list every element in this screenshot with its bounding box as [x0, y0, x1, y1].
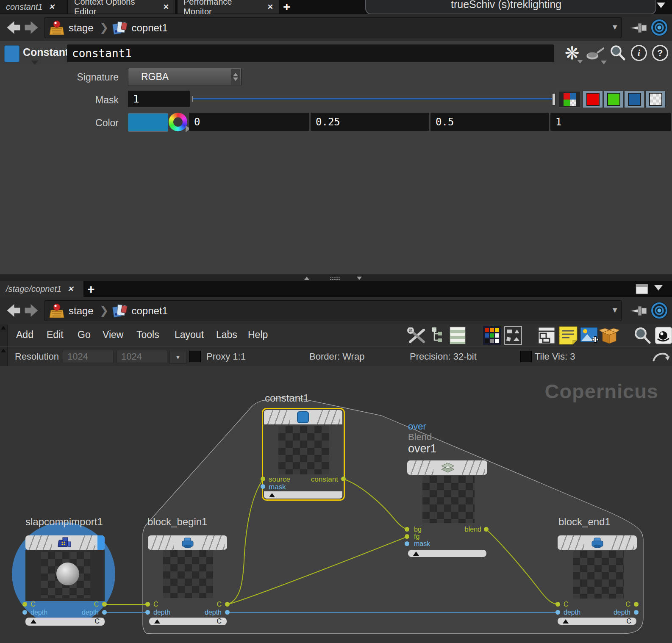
proxy-checkbox[interactable]: [189, 351, 201, 362]
input-port-depth[interactable]: [22, 610, 27, 615]
color-palette-icon[interactable]: [483, 326, 501, 345]
path-field[interactable]: stage ❯ copnet1 ▼: [44, 300, 622, 321]
mask-slider-track[interactable]: [193, 98, 553, 100]
node-block-begin1[interactable]: [148, 535, 227, 550]
output-port-constant[interactable]: [341, 477, 346, 481]
tools-icon[interactable]: [407, 327, 429, 344]
node-footer[interactable]: [264, 491, 342, 499]
splitter-expand-down-icon[interactable]: [357, 277, 362, 280]
input-port-c[interactable]: [22, 602, 27, 607]
visibility-eye-icon[interactable]: [655, 326, 672, 345]
network-box-outline[interactable]: [143, 397, 643, 634]
channel-red-button[interactable]: [583, 91, 603, 108]
close-icon[interactable]: ✕: [67, 285, 73, 294]
pane-collapse-strip[interactable]: [0, 324, 8, 346]
input-port-c[interactable]: [555, 602, 560, 607]
node-over1[interactable]: [407, 460, 487, 475]
signature-dropdown[interactable]: RGBA: [128, 68, 242, 86]
tile-vis-checkbox[interactable]: [520, 351, 532, 362]
list-view-icon[interactable]: [449, 326, 466, 345]
output-port-depth[interactable]: [225, 610, 230, 615]
path-dropdown-icon[interactable]: ▼: [611, 23, 619, 32]
menu-view[interactable]: View: [103, 329, 123, 341]
input-port-mask[interactable]: [261, 484, 265, 489]
color-g-input[interactable]: 0.25: [311, 113, 429, 131]
display-flag[interactable]: [97, 535, 105, 550]
pane-collapse-strip[interactable]: [0, 347, 8, 366]
mask-slider-handle[interactable]: [552, 93, 555, 105]
node-header[interactable]: [264, 410, 342, 424]
breadcrumb-copnet[interactable]: copnet1: [132, 22, 168, 34]
spinner-icon[interactable]: [231, 69, 240, 85]
breadcrumb-stage[interactable]: stage: [69, 305, 94, 317]
splitter-grip-icon[interactable]: [330, 277, 341, 280]
input-port-fg[interactable]: [405, 534, 409, 539]
color-swatch[interactable]: [128, 113, 168, 132]
color-a-input[interactable]: 1: [550, 113, 671, 131]
menu-help[interactable]: Help: [248, 329, 268, 341]
output-port-blend[interactable]: [484, 527, 489, 532]
input-port-c[interactable]: [145, 602, 150, 607]
forward-arrow-icon[interactable]: [23, 18, 42, 37]
node-color-chip[interactable]: [4, 45, 19, 62]
search-icon[interactable]: [608, 43, 627, 63]
pane-window-icon[interactable]: [636, 284, 648, 294]
menu-labs[interactable]: Labs: [216, 329, 237, 341]
node-footer[interactable]: C: [558, 618, 636, 625]
menu-tools[interactable]: Tools: [136, 329, 159, 341]
channel-blue-button[interactable]: [624, 91, 644, 108]
input-port-source[interactable]: [261, 477, 265, 481]
breadcrumb-copnet[interactable]: copnet1: [132, 305, 168, 317]
tab-constant1[interactable]: constant1 ✕: [0, 0, 67, 14]
menu-go[interactable]: Go: [78, 329, 91, 341]
splitter-expand-up-icon[interactable]: [304, 277, 309, 280]
tab-context-options[interactable]: Context Options Editor ✕: [68, 0, 175, 14]
node-footer[interactable]: C: [25, 618, 105, 626]
tab-performance-monitor[interactable]: Performance Monitor ✕: [178, 0, 279, 14]
path-dropdown-icon[interactable]: ▼: [611, 306, 619, 315]
input-port-depth[interactable]: [555, 610, 560, 615]
color-b-input[interactable]: 0.5: [430, 113, 549, 131]
link-target-icon[interactable]: [649, 300, 669, 321]
network-editor[interactable]: Copernicus slapcompimport1 C depth C dep…: [0, 366, 672, 643]
output-port-depth[interactable]: [102, 610, 107, 615]
mask-input[interactable]: 1: [128, 91, 190, 107]
link-target-icon[interactable]: [649, 17, 669, 38]
close-icon[interactable]: ✕: [163, 3, 169, 11]
resolution-dropdown-icon[interactable]: ▼: [169, 350, 186, 364]
output-port-c[interactable]: [634, 602, 639, 607]
recook-icon[interactable]: [651, 349, 669, 365]
close-icon[interactable]: ✕: [267, 3, 273, 11]
close-icon[interactable]: ✕: [49, 3, 55, 11]
gear-icon[interactable]: ❋: [563, 43, 581, 63]
resolution-width-input[interactable]: 1024: [63, 350, 114, 363]
channel-alpha-button[interactable]: [645, 91, 666, 108]
add-tab-button[interactable]: +: [283, 0, 291, 14]
node-block-end1[interactable]: [558, 535, 637, 550]
back-arrow-icon[interactable]: [3, 18, 22, 37]
node-footer[interactable]: C: [149, 618, 227, 625]
help-icon[interactable]: ?: [651, 43, 669, 63]
node-footer[interactable]: [408, 550, 486, 557]
shape-palette-icon[interactable]: [504, 326, 522, 345]
asset-box-icon[interactable]: [599, 327, 619, 344]
input-port-mask[interactable]: [405, 541, 409, 546]
frying-pan-icon[interactable]: [586, 43, 604, 63]
node-slapcompimport1[interactable]: [25, 535, 105, 550]
chip-dropdown-icon[interactable]: [31, 61, 38, 65]
pin-icon[interactable]: [629, 301, 648, 321]
path-field[interactable]: stage ❯ copnet1 ▼: [44, 17, 622, 38]
node-name-input[interactable]: constant1: [67, 44, 554, 62]
pin-icon[interactable]: [629, 18, 648, 38]
forward-arrow-icon[interactable]: [23, 301, 42, 320]
add-tab-button[interactable]: +: [87, 281, 95, 297]
back-arrow-icon[interactable]: [3, 301, 22, 320]
desktop-layout-icon[interactable]: [537, 326, 556, 345]
breadcrumb-stage[interactable]: stage: [69, 22, 94, 34]
popup-dropdown-icon[interactable]: [657, 3, 665, 8]
output-port-c[interactable]: [102, 602, 107, 607]
output-port-depth[interactable]: [634, 610, 639, 615]
search-icon[interactable]: [633, 327, 652, 344]
resolution-height-input[interactable]: 1024: [117, 350, 167, 363]
add-image-icon[interactable]: [580, 326, 599, 345]
